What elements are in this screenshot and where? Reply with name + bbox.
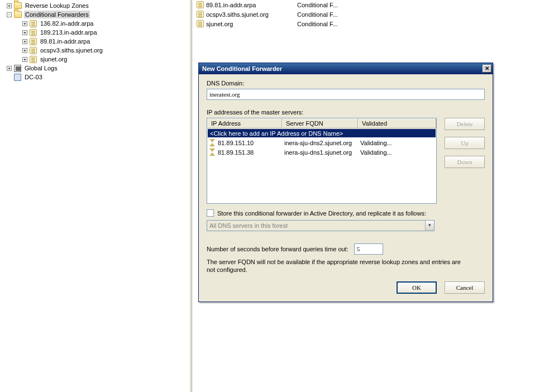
tree-node-cf-item[interactable]: + sjunet.org — [7, 55, 190, 64]
list-item[interactable]: sjunet.org Conditional F... — [193, 19, 549, 28]
tree-label: 189.213.in-addr.arpa — [39, 28, 98, 36]
expand-icon[interactable]: + — [7, 66, 12, 71]
store-in-ad-checkbox[interactable] — [207, 209, 214, 217]
tree-node-cf-item[interactable]: + 89.81.in-addr.arpa — [7, 37, 190, 46]
tree-node-reverse-lookup-zones[interactable]: + Reverse Lookup Zones — [7, 1, 190, 10]
up-button[interactable]: Up — [445, 137, 485, 149]
tree-node-cf-item[interactable]: + 136.82.in-addr.arpa — [7, 19, 190, 28]
combo-value: All DNS servers in this forest — [207, 222, 290, 229]
left-tree-pane: + Reverse Lookup Zones - Conditional For… — [0, 0, 190, 392]
collapse-icon[interactable]: - — [7, 12, 12, 17]
hourglass-icon — [209, 139, 216, 146]
splitter[interactable] — [190, 0, 192, 392]
list-item-name: ocspv3.siths.sjunet.org — [206, 11, 269, 18]
new-conditional-forwarder-dialog: New Conditional Forwarder ✕ DNS Domain: … — [198, 63, 493, 302]
down-button[interactable]: Down — [445, 156, 485, 168]
delete-button[interactable]: Delete — [445, 118, 485, 130]
zone-icon — [30, 20, 37, 27]
hourglass-icon — [209, 149, 216, 156]
masters-label: IP addresses of the master servers: — [207, 109, 485, 116]
list-item[interactable]: 89.81.in-addr.arpa Conditional F... — [193, 0, 549, 9]
cell-validated: Validating... — [358, 139, 436, 147]
col-header-fqdn[interactable]: Server FQDN — [282, 118, 358, 128]
dns-tree: + Reverse Lookup Zones - Conditional For… — [0, 1, 190, 82]
col-header-ip[interactable]: IP Address — [207, 118, 282, 128]
expand-icon[interactable]: + — [7, 3, 12, 8]
list-item-name: 89.81.in-addr.arpa — [206, 2, 256, 8]
close-icon[interactable]: ✕ — [483, 65, 491, 73]
logs-icon — [14, 65, 21, 72]
cell-ip: 81.89.151.38 — [218, 149, 254, 156]
dialog-title: New Conditional Forwarder — [202, 65, 282, 72]
grid-header-row: IP Address Server FQDN Validated — [207, 118, 436, 128]
dialog-titlebar[interactable]: New Conditional Forwarder ✕ — [199, 63, 493, 74]
fqdn-note: The server FQDN will not be available if… — [207, 258, 469, 274]
expand-icon[interactable]: + — [22, 30, 27, 35]
tree-node-server[interactable]: DC-03 — [7, 73, 190, 82]
tree-node-conditional-forwarders[interactable]: - Conditional Forwarders — [7, 10, 190, 19]
tree-label: ocspv3.siths.sjunet.org — [39, 46, 104, 54]
replication-scope-combo[interactable]: All DNS servers in this forest ▾ — [207, 220, 435, 231]
dns-domain-label: DNS Domain: — [207, 80, 485, 87]
col-header-validated[interactable]: Validated — [358, 118, 436, 128]
table-row[interactable]: 81.89.151.38 inera-sju-dns1.sjunet.org V… — [207, 147, 436, 157]
expand-icon[interactable]: + — [22, 48, 27, 53]
chevron-down-icon[interactable]: ▾ — [425, 221, 434, 231]
tree-label: Reverse Lookup Zones — [24, 2, 90, 9]
tree-label: Global Logs — [23, 64, 59, 72]
store-in-ad-label: Store this conditional forwarder in Acti… — [217, 210, 426, 217]
cell-ip: 81.89.151.10 — [218, 140, 254, 146]
dns-domain-input[interactable] — [207, 89, 485, 100]
list-item-name: sjunet.org — [206, 21, 233, 27]
timeout-input[interactable] — [354, 243, 383, 255]
list-item[interactable]: ocspv3.siths.sjunet.org Conditional F... — [193, 9, 549, 19]
ok-button[interactable]: OK — [397, 281, 437, 294]
folder-icon — [14, 2, 22, 9]
add-ip-row[interactable]: <Click here to add an IP Address or DNS … — [208, 129, 436, 137]
zone-icon — [30, 29, 37, 36]
zone-icon — [30, 56, 37, 63]
timeout-label: Number of seconds before forward queries… — [207, 246, 349, 252]
tree-label: Conditional Forwarders — [24, 11, 90, 18]
tree-node-cf-item[interactable]: + ocspv3.siths.sjunet.org — [7, 46, 190, 55]
expand-icon[interactable]: + — [22, 39, 27, 44]
zone-icon — [197, 20, 204, 27]
server-icon — [14, 74, 21, 81]
tree-label: 89.81.in-addr.arpa — [39, 37, 91, 45]
list-item-type: Conditional F... — [297, 11, 338, 18]
list-item-type: Conditional F... — [297, 2, 338, 8]
folder-icon — [14, 11, 22, 18]
cancel-button[interactable]: Cancel — [445, 281, 485, 294]
cell-fqdn: inera-sju-dns1.sjunet.org — [282, 149, 358, 156]
list-item-type: Conditional F... — [297, 21, 338, 27]
zone-icon — [197, 11, 204, 18]
expand-icon[interactable]: + — [22, 57, 27, 62]
zone-icon — [30, 38, 37, 45]
masters-grid[interactable]: IP Address Server FQDN Validated <Click … — [207, 118, 437, 204]
tree-label: sjunet.org — [39, 55, 68, 63]
tree-label: DC-03 — [23, 73, 44, 81]
tree-node-cf-item[interactable]: + 189.213.in-addr.arpa — [7, 28, 190, 37]
zone-icon — [197, 1, 204, 8]
table-row[interactable]: 81.89.151.10 inera-sju-dns2.sjunet.org V… — [207, 138, 436, 147]
tree-node-global-logs[interactable]: + Global Logs — [7, 64, 190, 73]
cell-fqdn: inera-sju-dns2.sjunet.org — [282, 139, 358, 147]
cell-validated: Validating... — [358, 149, 436, 156]
zone-icon — [30, 47, 37, 54]
expand-icon[interactable]: + — [22, 21, 27, 26]
tree-label: 136.82.in-addr.arpa — [39, 20, 94, 27]
